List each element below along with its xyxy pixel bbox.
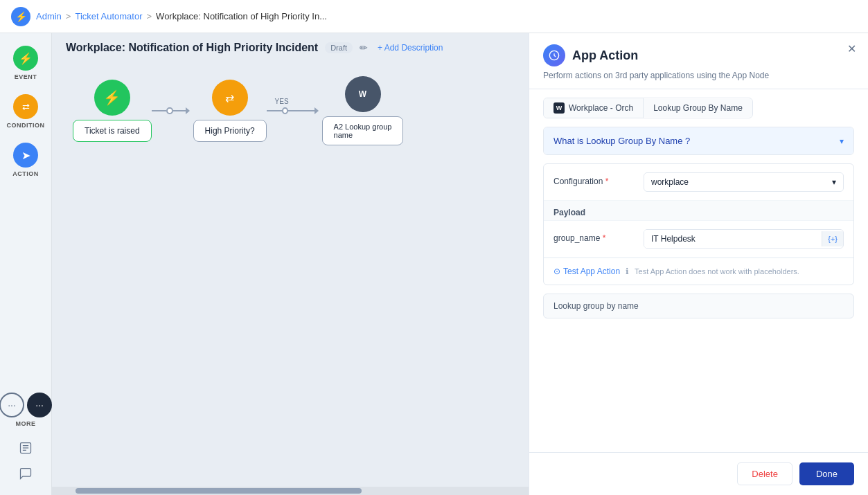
event-node-circle: ⚡	[94, 80, 130, 116]
configuration-label: Configuration *	[553, 172, 637, 186]
done-button[interactable]: Done	[799, 462, 854, 485]
payload-label: Payload	[544, 201, 853, 221]
pill-workplace[interactable]: W Workplace - Orch	[544, 98, 644, 118]
flow-canvas: ⚡ Ticket is raised ⇄ High Priority?	[52, 62, 529, 159]
event-icon: ⚡	[13, 46, 38, 71]
pill-row: W Workplace - Orch Lookup Group By Name	[543, 98, 753, 118]
configuration-value[interactable]: workplace ▾	[644, 172, 844, 192]
info-icon: ℹ	[626, 267, 629, 276]
pill-lookup-label: Lookup Group By Name	[653, 103, 743, 113]
accordion-header[interactable]: What is Lookup Group By Name ? ▾	[544, 127, 853, 154]
pill-workplace-label: Workplace - Orch	[569, 103, 633, 113]
condition-node-circle: ⇄	[212, 80, 248, 116]
edit-icon[interactable]: ✏	[360, 42, 368, 53]
sidebar-bottom: ··· ··· MORE	[5, 384, 46, 495]
connector-dot-2	[282, 107, 289, 114]
configuration-row: Configuration * workplace ▾	[544, 164, 853, 201]
connector-dot-1	[166, 107, 172, 114]
main-layout: ⚡ EVENT ⇄ CONDITION ➤ ACTION ··· ··· MOR…	[0, 33, 868, 495]
condition-icon: ⇄	[13, 94, 38, 119]
add-description[interactable]: + Add Description	[378, 43, 443, 53]
group-name-value: {+}	[644, 229, 844, 249]
line-2	[173, 110, 186, 111]
panel-header: App Action Perform actions on 3rd party …	[529, 33, 868, 89]
test-note: Test App Action does not work with place…	[635, 267, 799, 276]
event-node-label: Ticket is raised	[73, 120, 152, 142]
logo-icon: ⚡	[11, 7, 30, 26]
group-name-input-container: {+}	[644, 229, 844, 249]
line-3	[267, 110, 282, 111]
more-dark-icon: ···	[27, 393, 52, 417]
breadcrumb-current: Workplace: Notification of High Priority…	[156, 11, 327, 21]
more-dots-icon: ···	[0, 393, 24, 417]
sidebar-item-condition-label: CONDITION	[7, 122, 45, 129]
scroll-bar[interactable]	[52, 487, 529, 495]
sidebar-item-event[interactable]: ⚡ EVENT	[5, 40, 46, 86]
script-icon[interactable]	[19, 441, 33, 458]
panel-icon	[543, 44, 565, 66]
connector-1	[152, 107, 193, 114]
connector-2: YES	[267, 107, 322, 114]
canvas-content: Workplace: Notification of High Priority…	[52, 33, 529, 495]
right-panel: ✕ App Action Perform actions on 3rd part…	[529, 33, 868, 495]
sidebar-item-more-label: MORE	[16, 420, 36, 427]
draft-badge: Draft	[325, 42, 353, 53]
placeholder-button[interactable]: {+}	[822, 231, 843, 246]
sidebar-item-action-label: ACTION	[12, 170, 39, 177]
action-flow-node[interactable]: W A2 Lookup groupname	[322, 76, 404, 145]
breadcrumb: Admin > Ticket Automator > Workplace: No…	[36, 11, 327, 21]
test-icon: ⊙	[553, 267, 560, 276]
page-title-bar: Workplace: Notification of High Priority…	[52, 33, 529, 62]
breadcrumb-admin[interactable]: Admin	[36, 11, 62, 21]
action-icon: ➤	[13, 143, 38, 168]
sidebar-item-more[interactable]: ··· ··· MORE	[5, 387, 46, 433]
event-flow-node[interactable]: ⚡ Ticket is raised	[73, 80, 152, 142]
sidebar-item-event-label: EVENT	[15, 73, 37, 80]
panel-footer: Delete Done	[529, 452, 868, 495]
page-title: Workplace: Notification of High Priority…	[66, 42, 318, 54]
condition-node-label: High Priority?	[193, 120, 267, 142]
test-app-action-button[interactable]: ⊙ Test App Action	[553, 267, 620, 276]
group-name-row: group_name * {+}	[544, 221, 853, 258]
delete-button[interactable]: Delete	[737, 462, 792, 485]
action-node-label: A2 Lookup groupname	[322, 116, 404, 145]
action-node-circle: W	[345, 76, 381, 112]
chevron-down-select: ▾	[832, 177, 836, 187]
test-row: ⊙ Test App Action ℹ Test App Action does…	[544, 258, 853, 285]
breadcrumb-automator[interactable]: Ticket Automator	[75, 11, 142, 21]
pill-lookup[interactable]: Lookup Group By Name	[644, 99, 752, 117]
panel-title: App Action	[572, 48, 638, 63]
accordion: What is Lookup Group By Name ? ▾	[543, 127, 854, 155]
accordion-title: What is Lookup Group By Name ?	[553, 136, 690, 146]
close-button[interactable]: ✕	[843, 40, 860, 57]
form-section: Configuration * workplace ▾ Payload grou…	[543, 163, 854, 285]
group-name-label: group_name *	[553, 229, 637, 243]
panel-title-row: App Action	[543, 44, 854, 66]
sidebar-item-action[interactable]: ➤ ACTION	[5, 137, 46, 183]
required-star-group: *	[603, 233, 606, 243]
left-sidebar: ⚡ EVENT ⇄ CONDITION ➤ ACTION ··· ··· MOR…	[0, 33, 52, 495]
chat-icon[interactable]	[19, 467, 33, 484]
required-star-config: *	[605, 177, 609, 186]
canvas-area: ⚡ Ticket is raised ⇄ High Priority?	[52, 62, 529, 495]
breadcrumb-sep1: >	[66, 11, 71, 21]
configuration-select[interactable]: workplace ▾	[644, 172, 844, 192]
top-bar: ⚡ Admin > Ticket Automator > Workplace: …	[0, 0, 868, 33]
condition-flow-node[interactable]: ⇄ High Priority?	[193, 80, 267, 142]
bottom-label: Lookup group by name	[543, 294, 854, 318]
yes-label: YES	[275, 98, 289, 105]
chevron-down-icon: ▾	[840, 136, 844, 146]
scroll-thumb	[76, 488, 362, 494]
workplace-logo: W	[553, 102, 565, 114]
group-name-input[interactable]	[644, 230, 822, 248]
breadcrumb-sep2: >	[147, 11, 152, 21]
arrow-2	[315, 107, 322, 114]
line-1	[152, 110, 167, 111]
sidebar-item-condition[interactable]: ⇄ CONDITION	[5, 89, 46, 134]
panel-subtitle: Perform actions on 3rd party application…	[543, 71, 854, 80]
arrow-1	[186, 107, 193, 114]
line-4	[288, 110, 314, 111]
